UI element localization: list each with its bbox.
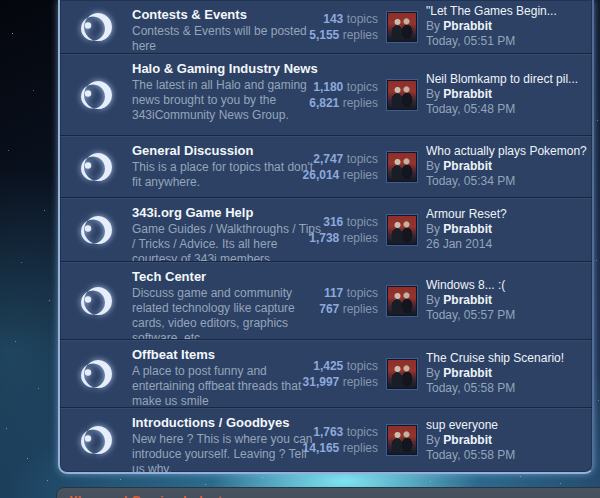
forum-stats: 316 topics 1,738 replies (296, 214, 378, 246)
category-title-link[interactable]: Xbox and Gaming Industry (69, 493, 234, 498)
replies-count: 5,155 (309, 28, 339, 42)
author-avatar[interactable] (387, 425, 417, 455)
topics-label: topics (347, 80, 378, 94)
forum-name-link[interactable]: Halo & Gaming Industry News (132, 61, 322, 76)
halo-eye-icon (77, 357, 115, 391)
halo-eye-icon (77, 78, 115, 112)
topics-count: 1,763 (313, 425, 343, 439)
last-post-title-link[interactable]: Who actually plays Pokemon? (426, 144, 587, 159)
replies-count: 31,997 (303, 375, 340, 389)
topics-label: topics (347, 425, 378, 439)
by-label: By (426, 433, 440, 447)
author-avatar[interactable] (387, 286, 417, 316)
topics-label: topics (347, 359, 378, 373)
by-label: By (426, 366, 440, 380)
last-post-cell: Who actually plays Pokemon? By Pbrabbit … (387, 144, 592, 189)
topics-count: 117 (324, 286, 343, 300)
by-label: By (426, 222, 440, 236)
replies-label: replies (343, 375, 378, 389)
topics-label: topics (347, 286, 378, 300)
topics-count: 1,425 (313, 359, 343, 373)
last-post-cell: Neil Blomkamp to direct pil... By Pbrabb… (387, 72, 592, 117)
forum-icon-cell (60, 0, 132, 53)
forum-row-contests-events: Contests & Events Contests & Events will… (60, 0, 592, 53)
forum-category-panel: Contests & Events Contests & Events will… (58, 0, 594, 474)
by-label: By (426, 87, 440, 101)
forum-icon-cell (60, 136, 132, 197)
author-link[interactable]: Pbrabbit (443, 293, 492, 307)
topics-label: topics (347, 12, 378, 26)
forum-row-offbeat-items: Offbeat Items A place to post funny and … (60, 339, 592, 407)
forum-stats: 117 topics 767 replies (296, 285, 378, 317)
replies-label: replies (343, 96, 378, 110)
author-link[interactable]: Pbrabbit (443, 87, 492, 101)
replies-label: replies (343, 231, 378, 245)
last-post-title-link[interactable]: Armour Reset? (426, 207, 507, 222)
author-avatar[interactable] (387, 215, 417, 245)
replies-count: 6,821 (309, 96, 339, 110)
forum-name-link[interactable]: Offbeat Items (132, 347, 322, 362)
replies-label: replies (343, 28, 378, 42)
forum-stats: 1,180 topics 6,821 replies (296, 79, 378, 111)
last-post-title-link[interactable]: The Cruise ship Scenario! (426, 351, 564, 366)
forum-name-link[interactable]: 343i.org Game Help (132, 205, 322, 220)
last-post-title-link[interactable]: Windows 8... :( (426, 278, 515, 293)
author-link[interactable]: Pbrabbit (443, 433, 492, 447)
forum-description: This is a place for topics that don't fi… (132, 160, 322, 190)
by-label: By (426, 19, 440, 33)
author-avatar[interactable] (387, 359, 417, 389)
forum-name-link[interactable]: Tech Center (132, 269, 322, 284)
halo-eye-icon (77, 10, 115, 44)
last-post-date: 26 Jan 2014 (426, 237, 507, 252)
author-avatar[interactable] (387, 80, 417, 110)
last-post-date: Today, 05:48 PM (426, 102, 578, 117)
replies-count: 1,738 (309, 231, 339, 245)
last-post-date: Today, 05:58 PM (426, 381, 564, 396)
author-avatar[interactable] (387, 12, 417, 42)
author-link[interactable]: Pbrabbit (443, 222, 492, 236)
author-link[interactable]: Pbrabbit (443, 19, 492, 33)
last-post-cell: sup everyone By Pbrabbit Today, 05:58 PM (387, 418, 592, 463)
topics-label: topics (347, 152, 378, 166)
author-link[interactable]: Pbrabbit (443, 366, 492, 380)
topics-count: 316 (323, 215, 343, 229)
halo-eye-icon (77, 213, 115, 247)
forum-description: New here ? This is where you can introdu… (132, 432, 322, 472)
last-post-title-link[interactable]: sup everyone (426, 418, 515, 433)
last-post-title-link[interactable]: Neil Blomkamp to direct pil... (426, 72, 578, 87)
forum-icon-cell (60, 54, 132, 135)
forum-stats: 1,425 topics 31,997 replies (296, 358, 378, 390)
last-post-cell: "Let The Games Begin... By Pbrabbit Toda… (387, 4, 592, 49)
starfield (0, 0, 1, 1)
replies-count: 26,014 (303, 168, 340, 182)
replies-count: 14,165 (303, 441, 340, 455)
forum-name-link[interactable]: General Discussion (132, 143, 322, 158)
topics-count: 143 (323, 12, 343, 26)
forum-name-link[interactable]: Introductions / Goodbyes (132, 415, 322, 430)
by-label: By (426, 159, 440, 173)
replies-label: replies (343, 168, 378, 182)
forum-description: Contests & Events will be posted here (132, 24, 322, 53)
forum-row-general-discussion: General Discussion This is a place for t… (60, 135, 592, 197)
forum-icon-cell (60, 198, 132, 261)
last-post-date: Today, 05:34 PM (426, 174, 587, 189)
by-label: By (426, 293, 440, 307)
replies-label: replies (343, 302, 378, 316)
forum-row-game-help: 343i.org Game Help Game Guides / Walkthr… (60, 197, 592, 261)
forum-description: A place to post funny and entertaining o… (132, 364, 322, 407)
author-avatar[interactable] (387, 152, 417, 182)
forum-row-tech-center: Tech Center Discuss game and community r… (60, 261, 592, 339)
last-post-cell: The Cruise ship Scenario! By Pbrabbit To… (387, 351, 592, 396)
halo-eye-icon (77, 284, 115, 318)
topics-count: 1,180 (313, 80, 343, 94)
last-post-cell: Armour Reset? By Pbrabbit 26 Jan 2014 (387, 207, 592, 252)
topics-count: 2,747 (313, 152, 343, 166)
forum-row-halo-gaming-news: Halo & Gaming Industry News The latest i… (60, 53, 592, 135)
author-link[interactable]: Pbrabbit (443, 159, 492, 173)
replies-count: 767 (319, 302, 339, 316)
forum-stats: 1,763 topics 14,165 replies (296, 424, 378, 456)
topics-label: topics (347, 215, 378, 229)
last-post-title-link[interactable]: "Let The Games Begin... (426, 4, 557, 19)
forum-name-link[interactable]: Contests & Events (132, 7, 322, 22)
next-category-section-header: Xbox and Gaming Industry (56, 487, 600, 498)
